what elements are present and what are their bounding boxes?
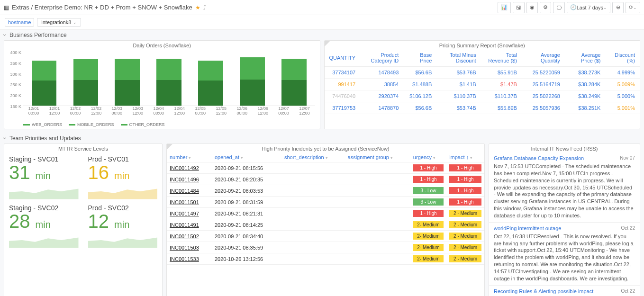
table-row: 377341071478493$56.6B$53.76B$55.91B25.52… (325, 67, 640, 79)
urgency-badge: 3 - Low (413, 187, 444, 194)
column-header[interactable]: assignment group▾ (345, 152, 410, 162)
incident-number[interactable]: INC0011491 (167, 219, 212, 231)
mttr-value: 31 min (9, 163, 79, 182)
sparkline (9, 183, 79, 200)
column-header[interactable]: impact ↑▾ (446, 152, 484, 162)
table-row: 99141738854$1.488B$1.41B$1.47B25.5164719… (325, 79, 640, 90)
panel-title: Internal IT News Feed (RSS) (489, 144, 640, 152)
star-icon[interactable]: ★ (195, 4, 200, 11)
panel-mttr: MTTR Service Levels Staging - SVC0131 mi… (4, 144, 163, 296)
incident-number[interactable]: INC0011492 (167, 162, 212, 174)
row-team-priorities[interactable]: Team Priorities and Updates (0, 133, 644, 144)
news-item: Recording Rules & Alerting possible impa… (489, 286, 640, 296)
column-header[interactable]: Total Minus Discount (436, 49, 481, 67)
breadcrumb[interactable]: Extras / Enterprise Demo: NR + DD + Prom… (12, 4, 192, 11)
column-header[interactable]: QUANTITY (325, 49, 361, 67)
news-date: Oct 22 (621, 225, 635, 231)
table-row: INC00115032020-09-21 08:35:592- Medium2 … (167, 242, 484, 253)
impact-badge: 2 - Medium (449, 221, 481, 228)
table-row: INC00115332020-10-26 13:12:562- Medium2 … (167, 253, 484, 265)
mttr-cell: Prod - SVC0116 min (83, 152, 163, 201)
news-link[interactable]: Recording Rules & Alerting possible impa… (494, 288, 593, 294)
urgency-badge: 2- Medium (413, 244, 444, 251)
column-header[interactable]: Average Quantity (522, 49, 565, 67)
news-link[interactable]: worldPing intermittent outage (494, 225, 561, 231)
share-icon[interactable]: ⤴ (203, 4, 206, 11)
add-panel-button[interactable]: 📊 (498, 2, 511, 13)
panel-menu-icon[interactable] (325, 41, 330, 46)
table-row: INC00114842020-09-21 08:03:533 - Low1 - … (167, 185, 484, 197)
table-row: INC00114962020-09-21 08:20:351 - High1 -… (167, 174, 484, 185)
panel-title: High Priority Incidents yet to be Assign… (167, 144, 484, 152)
column-header[interactable]: opened_at▾ (212, 152, 281, 162)
table-row: 744760402920374$106.12B$110.37B$110.37B2… (325, 90, 640, 102)
row-business-performance[interactable]: Business Performance (0, 30, 644, 40)
incident-number[interactable]: INC0011502 (167, 231, 212, 242)
impact-badge: 2 - Medium (449, 233, 481, 240)
variable-row: hostname integrationk8⌄ (0, 15, 644, 30)
table-row: INC00114922020-09-21 08:15:561 - High1 -… (167, 162, 484, 174)
mttr-value: 12 min (88, 212, 158, 231)
panel-pricing-summary: Pricing Summary Report (Snowflake) QUANT… (324, 40, 641, 129)
impact-badge: 2 - Medium (449, 210, 481, 217)
tv-mode-button[interactable]: 🖵 (553, 2, 565, 13)
table-row: INC00115012020-09-21 08:31:593 - Low1 - … (167, 197, 484, 208)
top-bar: ▦ Extras / Enterprise Demo: NR + DD + Pr… (0, 0, 644, 15)
urgency-badge: 2- Medium (413, 221, 444, 228)
incident-number[interactable]: INC0011496 (167, 174, 212, 185)
incident-number[interactable]: INC0011484 (167, 185, 212, 197)
incidents-table: number▾opened_at▾short_description▾assig… (167, 152, 484, 265)
time-range-picker[interactable]: 🕘 Last 7 days ⌄ (567, 2, 610, 13)
settings-button[interactable]: ⚙ (540, 2, 551, 13)
save-button[interactable]: 🖫 (513, 2, 525, 13)
column-header[interactable]: Base Price (403, 49, 436, 67)
mttr-value: 16 min (88, 163, 158, 182)
panel-title: MTTR Service Levels (4, 144, 162, 152)
sparkline (88, 232, 158, 249)
urgency-badge: 2- Medium (413, 255, 444, 262)
panel-menu-icon[interactable] (167, 144, 172, 150)
impact-badge: 1 - High (449, 198, 481, 206)
daily-orders-chart[interactable]: 400 K350 K300 K250 K200 K150 K 12/01 00:… (4, 49, 320, 120)
dashboard-icon: ▦ (4, 4, 9, 11)
urgency-badge: 3 - Low (413, 198, 444, 206)
news-date: Oct 22 (621, 288, 635, 294)
variable-label: hostname (5, 18, 34, 27)
column-header[interactable]: Total Revenue ($) (481, 49, 522, 67)
incident-number[interactable]: INC0011503 (167, 242, 212, 253)
clock-icon[interactable]: ◉ (526, 2, 538, 13)
urgency-badge: 1 - High (413, 210, 444, 217)
column-header[interactable]: short_description▾ (281, 152, 345, 162)
panel-title: Pricing Summary Report (Snowflake) (325, 41, 640, 49)
column-header[interactable]: Product Category ID (360, 49, 403, 67)
column-header[interactable]: number▾ (167, 152, 212, 162)
variable-value: integrationk8 (41, 19, 71, 25)
variable-dropdown[interactable]: integrationk8⌄ (37, 18, 81, 27)
news-item: Grafana Database Capacity ExpansionNov 0… (489, 152, 640, 223)
time-range-label: Last 7 days (577, 5, 603, 10)
impact-badge: 2 - Medium (449, 255, 481, 262)
mttr-cell: Prod - SVC0212 min (83, 201, 163, 250)
urgency-badge: 1 - High (413, 176, 444, 183)
panel-title: Daily Orders (Snowflake) (4, 41, 320, 49)
zoom-out-button[interactable]: ⊖ (612, 2, 624, 13)
sparkline (9, 232, 79, 249)
incident-number[interactable]: INC0011497 (167, 208, 212, 219)
incident-number[interactable]: INC0011533 (167, 253, 212, 265)
sparkline (88, 183, 158, 200)
incident-number[interactable]: INC0011501 (167, 197, 212, 208)
panel-news: Internal IT News Feed (RSS) Grafana Data… (489, 144, 640, 296)
refresh-button[interactable]: ⟳ ⌄ (626, 2, 640, 13)
news-link[interactable]: Grafana Database Capacity Expansion (494, 155, 584, 161)
pricing-table: QUANTITYProduct Category IDBase PriceTot… (325, 49, 640, 114)
table-row: INC00114912020-09-21 08:14:252- Medium2 … (167, 219, 484, 231)
mttr-cell: Staging - SVC0228 min (4, 201, 83, 250)
panel-daily-orders: Daily Orders (Snowflake) 400 K350 K300 K… (4, 40, 320, 129)
impact-badge: 2 - Medium (449, 244, 481, 251)
table-row: INC00115022020-09-21 08:34:402- Medium2 … (167, 231, 484, 242)
column-header[interactable]: urgency▾ (410, 152, 446, 162)
column-header[interactable]: Average Price ($) (565, 49, 606, 67)
urgency-badge: 1 - High (413, 164, 444, 171)
news-item: worldPing intermittent outageOct 22Oct 2… (489, 223, 640, 286)
column-header[interactable]: Discount (%) (605, 49, 640, 67)
